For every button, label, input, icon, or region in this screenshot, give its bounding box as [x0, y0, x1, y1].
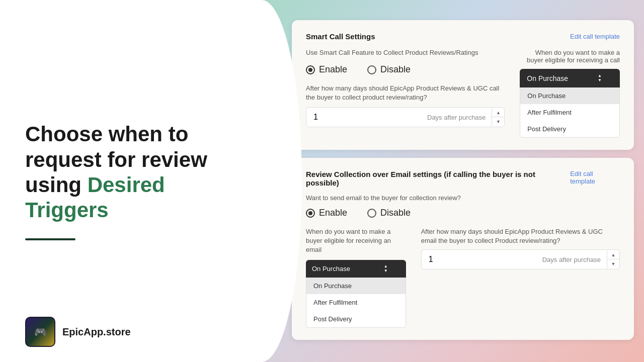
email-settings-card: Review Collection over Email settings (i… [292, 158, 634, 340]
card1-right: When do you want to make a buyer eligibl… [520, 49, 620, 138]
card1-days-after-label: Days after purchase [421, 114, 492, 121]
card1-dropdown-arrow: ▲ ▼ [598, 74, 602, 82]
card1-option-on-purchase[interactable]: On Purchase [520, 87, 619, 104]
card1-subtitle: Use Smart Call Feature to Collect Produc… [306, 49, 505, 56]
card2-left: When do you want to make a buyer eligibl… [306, 227, 406, 328]
card1-days-input-wrapper: Days after purchase ▲ ▼ [306, 107, 505, 127]
card2-days-input[interactable] [422, 250, 536, 269]
card2-days-question: After how many days should EpicApp Produ… [421, 227, 620, 245]
card1-enable-radio-circle [306, 65, 315, 74]
headline: Choose when to request for review using … [25, 122, 236, 223]
card2-right: After how many days should EpicApp Produ… [421, 227, 620, 328]
brand-area: 🎮 EpicApp.store [25, 317, 131, 347]
card2-header: Review Collection over Email settings (i… [306, 170, 620, 187]
right-background: Smart Call Settings Edit call template U… [262, 0, 644, 362]
card1-dropdown-options: On Purchase After Fulfilment Post Delive… [520, 87, 620, 138]
card1-buyer-eligible-label: When do you want to make a buyer eligibl… [520, 49, 620, 64]
card2-enable-radio-circle [306, 209, 315, 218]
card1-edit-link[interactable]: Edit call template [570, 33, 620, 40]
card1-days-question: After how many days should EpicApp Produ… [306, 84, 505, 102]
card1-left: Use Smart Call Feature to Collect Produc… [306, 49, 505, 138]
card2-dropdown-arrow: ▲ ▼ [384, 264, 388, 273]
card2-option-after-fulfilment[interactable]: After Fulfilment [306, 294, 406, 311]
card1-days-input[interactable] [306, 108, 421, 127]
card1-dropdown-wrapper: On Purchase ▲ ▼ On Purchase After Fulfil… [520, 69, 620, 138]
card1-spinner-down[interactable]: ▼ [492, 117, 504, 126]
card2-disable-radio[interactable]: Disable [367, 208, 411, 218]
card1-spinner-up[interactable]: ▲ [492, 108, 504, 117]
card1-spinner: ▲ ▼ [492, 108, 504, 126]
card2-when-eligible-label: When do you want to make a buyer eligibl… [306, 227, 406, 255]
card1-dropdown-selected[interactable]: On Purchase ▲ ▼ [520, 69, 620, 87]
brand-logo-inner: 🎮 [26, 318, 54, 346]
card2-option-post-delivery[interactable]: Post Delivery [306, 311, 406, 327]
card2-disable-radio-circle [367, 209, 376, 218]
divider [25, 238, 75, 240]
card2-edit-link[interactable]: Edit call template [570, 170, 620, 185]
card2-days-after-label: Days after purchase [536, 256, 607, 263]
card2-radio-group: Enable Disable [306, 208, 620, 218]
card1-option-post-delivery[interactable]: Post Delivery [520, 121, 619, 137]
card1-title: Smart Call Settings [306, 32, 375, 41]
smart-call-settings-card: Smart Call Settings Edit call template U… [292, 20, 634, 150]
card1-radio-group: Enable Disable [306, 64, 505, 75]
brand-name: EpicApp.store [62, 326, 131, 338]
cards-area: Smart Call Settings Edit call template U… [292, 20, 634, 352]
brand-logo: 🎮 [25, 317, 55, 347]
card2-title: Review Collection over Email settings (i… [306, 170, 570, 187]
card2-want-send-label: Want to send email to the buyer for coll… [306, 194, 620, 202]
card1-body: Use Smart Call Feature to Collect Produc… [306, 49, 620, 138]
card2-spinner: ▲ ▼ [607, 250, 619, 268]
card2-spinner-down[interactable]: ▼ [607, 259, 619, 268]
card2-dropdown-selected[interactable]: On Purchase ▲ ▼ [306, 260, 406, 278]
card1-disable-radio-circle [367, 65, 376, 74]
card1-disable-radio[interactable]: Disable [367, 64, 411, 75]
card2-days-input-wrapper: Days after purchase ▲ ▼ [421, 249, 620, 269]
card1-header: Smart Call Settings Edit call template [306, 32, 620, 41]
card1-option-after-fulfilment[interactable]: After Fulfilment [520, 104, 619, 121]
card2-option-on-purchase[interactable]: On Purchase [306, 278, 406, 294]
card1-enable-radio[interactable]: Enable [306, 64, 347, 75]
left-panel: Choose when to request for review using … [0, 0, 262, 362]
card2-dropdown-options: On Purchase After Fulfilment Post Delive… [306, 278, 406, 328]
card2-enable-radio[interactable]: Enable [306, 208, 347, 218]
card2-dropdown-wrapper: On Purchase ▲ ▼ On Purchase After Fulfil… [306, 260, 406, 328]
card2-row: When do you want to make a buyer eligibl… [306, 227, 620, 328]
card2-spinner-up[interactable]: ▲ [607, 250, 619, 259]
